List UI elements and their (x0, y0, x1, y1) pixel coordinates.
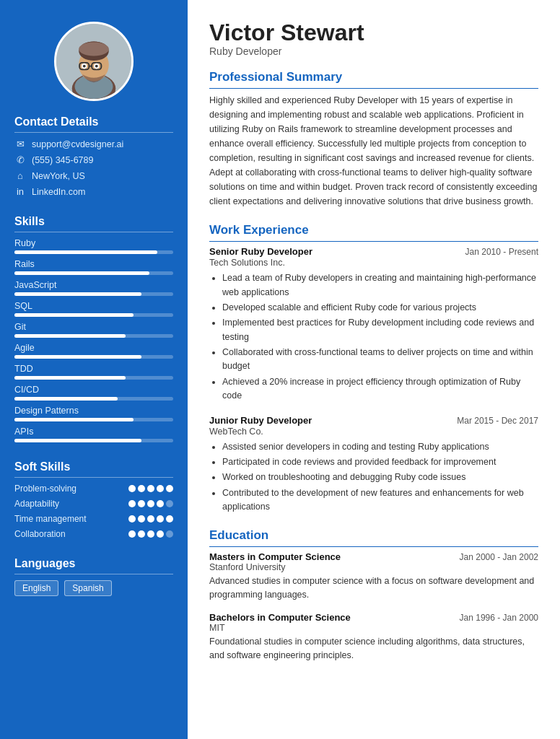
dot-filled (128, 485, 136, 492)
skill-bar-bg (14, 250, 173, 254)
soft-skills-list: Problem-solving Adaptability Time manage… (14, 484, 173, 539)
skill-label: CI/CD (14, 385, 173, 395)
skill-bar-fill (14, 376, 126, 380)
soft-skill-label: Problem-solving (14, 484, 128, 494)
work-bullet: Assisted senior developers in coding and… (222, 440, 538, 454)
language-tags: EnglishSpanish (14, 580, 173, 596)
languages-title: Languages (14, 557, 173, 574)
edu-degree: Masters in Computer Science (209, 551, 341, 562)
work-bullet: Implemented best practices for Ruby deve… (222, 316, 538, 344)
skill-label: APIs (14, 427, 173, 437)
dot-filled (157, 515, 164, 522)
soft-skills-section: Soft Skills Problem-solving Adaptability… (0, 460, 188, 544)
work-date: Mar 2015 - Dec 2017 (457, 416, 538, 426)
dot-filled (147, 485, 154, 492)
dot-filled (138, 530, 145, 538)
main-content: Victor Stewart Ruby Developer Profession… (188, 0, 560, 739)
skill-label: Git (14, 322, 173, 332)
work-bullets: Lead a team of Ruby developers in creati… (209, 271, 538, 403)
linkedin-icon: in (14, 186, 26, 197)
skill-bar-bg (14, 376, 173, 380)
soft-skill-item: Time management (14, 514, 173, 524)
job-title: Ruby Developer (209, 45, 538, 57)
edu-degree: Bachelors in Computer Science (209, 612, 351, 623)
skill-item: Agile (14, 343, 173, 359)
dot-filled (138, 515, 145, 522)
skill-bar-fill (14, 355, 141, 359)
dot-filled (128, 530, 136, 538)
skill-item: SQL (14, 301, 173, 317)
contact-linkedin: in LinkedIn.com (14, 186, 173, 197)
dot-filled (166, 485, 173, 492)
skill-bar-fill (14, 439, 141, 442)
skills-section: Skills Ruby Rails JavaScript SQL Git Agi… (0, 215, 188, 447)
work-list: Senior Ruby Developer Jan 2010 - Present… (209, 246, 538, 514)
edu-school: MIT (209, 623, 538, 633)
edu-header: Bachelors in Computer Science Jan 1996 -… (209, 612, 538, 623)
skill-label: Agile (14, 343, 173, 353)
dot-filled (166, 515, 173, 522)
soft-skill-label: Time management (14, 514, 128, 524)
sidebar: Contact Details ✉ support@cvdesigner.ai … (0, 0, 188, 739)
dot-row (128, 515, 173, 522)
soft-skills-title: Soft Skills (14, 460, 173, 478)
edu-date: Jan 1996 - Jan 2000 (460, 613, 538, 623)
skill-label: JavaScript (14, 280, 173, 290)
dot-row (128, 500, 173, 507)
svg-point-14 (95, 65, 98, 68)
edu-desc: Foundational studies in computer science… (209, 635, 538, 663)
dot-empty (166, 530, 173, 538)
skill-item: Git (14, 322, 173, 338)
dot-filled (157, 500, 164, 507)
work-experience-section: Work Experience Senior Ruby Developer Ja… (209, 223, 538, 514)
soft-skill-item: Adaptability (14, 499, 173, 509)
dot-filled (157, 485, 164, 492)
dot-filled (157, 530, 164, 538)
work-entry: Junior Ruby Developer Mar 2015 - Dec 201… (209, 415, 538, 515)
dot-row (128, 530, 173, 538)
skill-item: Ruby (14, 238, 173, 254)
skill-bar-fill (14, 313, 134, 317)
soft-skill-label: Collaboration (14, 529, 128, 539)
edu-school: Stanford University (209, 562, 538, 572)
skill-bar-bg (14, 397, 173, 401)
skill-bar-bg (14, 292, 173, 296)
summary-section: Professional Summary Highly skilled and … (209, 70, 538, 209)
contact-phone: ✆ (555) 345-6789 (14, 154, 173, 165)
dot-filled (147, 515, 154, 522)
skill-bar-fill (14, 292, 141, 296)
location-icon: ⌂ (14, 170, 26, 181)
skill-bar-bg (14, 418, 173, 421)
dot-filled (147, 530, 154, 538)
work-header: Senior Ruby Developer Jan 2010 - Present (209, 246, 538, 257)
languages-section: Languages EnglishSpanish (0, 557, 188, 596)
skill-label: Rails (14, 259, 173, 269)
skill-label: SQL (14, 301, 173, 311)
skill-item: TDD (14, 364, 173, 380)
work-bullet: Lead a team of Ruby developers in creati… (222, 271, 538, 299)
work-bullet: Contributed to the development of new fe… (222, 486, 538, 515)
edu-entry: Masters in Computer Science Jan 2000 - J… (209, 551, 538, 602)
language-tag: English (14, 580, 58, 596)
summary-text: Highly skilled and experienced Ruby Deve… (209, 93, 538, 209)
soft-skill-label: Adaptability (14, 499, 128, 509)
svg-point-13 (83, 65, 86, 68)
contact-title: Contact Details (14, 115, 173, 133)
work-position-title: Junior Ruby Developer (209, 415, 312, 426)
work-header: Junior Ruby Developer Mar 2015 - Dec 201… (209, 415, 538, 426)
soft-skill-item: Problem-solving (14, 484, 173, 494)
skill-bar-fill (14, 397, 118, 401)
edu-date: Jan 2000 - Jan 2002 (460, 552, 538, 562)
dot-filled (128, 515, 136, 522)
education-section: Education Masters in Computer Science Ja… (209, 528, 538, 662)
work-bullet: Developed scalable and efficient Ruby co… (222, 301, 538, 315)
work-bullet: Achieved a 20% increase in project effic… (222, 375, 538, 403)
work-company: WebTech Co. (209, 427, 538, 437)
skill-item: Rails (14, 259, 173, 275)
phone-icon: ✆ (14, 154, 26, 165)
skill-bar-bg (14, 439, 173, 442)
skill-bar-bg (14, 355, 173, 359)
work-bullet: Collaborated with cross-functional teams… (222, 346, 538, 374)
contact-email: ✉ support@cvdesigner.ai (14, 139, 173, 149)
skill-label: Design Patterns (14, 406, 173, 416)
